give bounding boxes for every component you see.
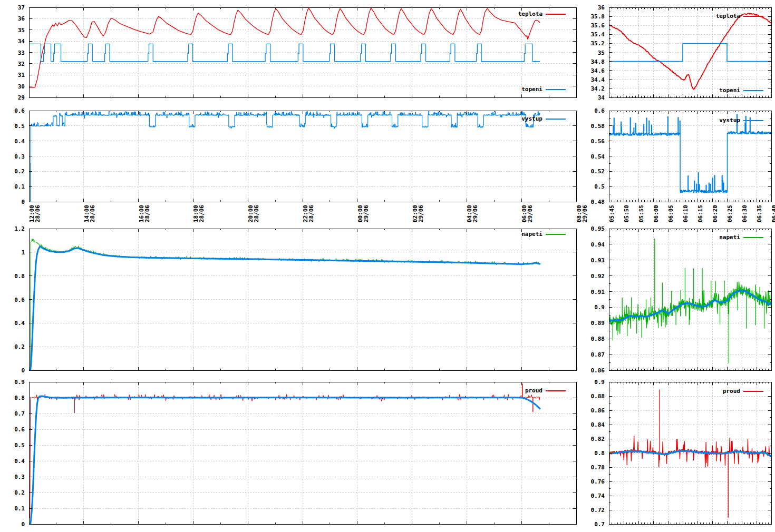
svg-text:06:25: 06:25 [726,205,733,222]
svg-text:0.76: 0.76 [591,478,605,485]
svg-text:35: 35 [18,27,25,34]
svg-text:0.86: 0.86 [591,407,605,414]
svg-text:14:0028/06: 14:0028/06 [83,205,96,222]
svg-text:0.5: 0.5 [594,183,605,190]
svg-text:0.6: 0.6 [14,426,25,433]
svg-text:30: 30 [18,83,25,90]
svg-text:06:20: 06:20 [712,205,719,222]
svg-text:0.1: 0.1 [14,183,25,190]
svg-text:06:10: 06:10 [682,205,689,222]
svg-text:1.2: 1.2 [14,225,25,232]
svg-text:0.72: 0.72 [591,507,605,514]
svg-text:0.54: 0.54 [591,153,605,160]
svg-text:31: 31 [18,72,25,78]
legend-label-vystup: vystup [719,117,740,124]
svg-text:0.87: 0.87 [591,351,605,358]
svg-text:0.91: 0.91 [591,289,605,295]
svg-text:0.93: 0.93 [591,257,605,264]
svg-text:34: 34 [18,38,25,45]
svg-text:32: 32 [18,61,25,67]
svg-text:0: 0 [21,367,25,374]
svg-text:35.8: 35.8 [591,13,605,20]
gnuplot-multiplot-page: 2930313233343536373434.234.434.634.83535… [0,0,775,532]
legend-line-vystup [546,119,566,120]
svg-text:0.8: 0.8 [14,273,25,280]
svg-text:06:0029/06: 06:0029/06 [521,205,534,222]
svg-text:0.56: 0.56 [591,138,605,145]
svg-text:0.88: 0.88 [591,393,605,400]
svg-text:16:0028/06: 16:0028/06 [138,205,151,222]
svg-text:0.7: 0.7 [594,521,605,528]
svg-text:34.4: 34.4 [591,76,605,83]
svg-text:34.8: 34.8 [591,58,605,65]
svg-text:0.2: 0.2 [14,489,25,496]
svg-text:05:55: 05:55 [638,205,645,222]
svg-text:0.7: 0.7 [14,410,25,417]
legend-line-proud [743,391,763,392]
legend-proud-zoom: proud [723,388,763,395]
svg-text:35.6: 35.6 [591,22,605,29]
svg-text:0.3: 0.3 [14,474,25,480]
legend-label-topeni: topeni [521,86,542,93]
svg-text:06:05: 06:05 [667,205,674,222]
svg-text:0.89: 0.89 [591,320,605,327]
legend-topeni-zoom: topeni [719,87,763,94]
legend-teplota-zoom: teplota [716,13,763,19]
svg-text:0.4: 0.4 [14,320,25,327]
legend-napeti-overview: napeti [521,231,566,238]
svg-text:02:0029/06: 02:0029/06 [412,205,424,222]
svg-text:0.4: 0.4 [14,458,25,465]
svg-text:0.82: 0.82 [591,436,605,442]
legend-label-topeni: topeni [719,87,740,94]
svg-text:22:0028/06: 22:0028/06 [302,205,315,222]
svg-text:0.5: 0.5 [14,442,25,449]
svg-text:0.9: 0.9 [594,304,605,311]
legend-proud-overview: proud [525,388,566,394]
svg-text:0.1: 0.1 [14,505,25,512]
legend-label-proud: proud [723,388,740,395]
svg-text:18:0028/06: 18:0028/06 [192,205,205,222]
legend-label-teplota: teplota [716,13,740,19]
svg-text:06:30: 06:30 [741,205,748,222]
svg-text:0.8: 0.8 [14,395,25,401]
svg-text:0.4: 0.4 [14,138,25,145]
svg-text:06:40: 06:40 [771,205,775,222]
svg-text:0.86: 0.86 [591,367,605,374]
svg-text:37: 37 [18,4,25,11]
svg-text:0.2: 0.2 [14,168,25,175]
svg-text:0.3: 0.3 [14,153,25,160]
svg-text:34.2: 34.2 [591,85,605,92]
legend-teplota-overview: teplota [518,11,566,17]
legend-label-napeti: napeti [521,231,542,238]
svg-text:05:45: 05:45 [608,205,615,222]
legend-line-topeni [546,89,566,90]
svg-text:0.78: 0.78 [591,464,605,471]
chart-canvas: 2930313233343536373434.234.434.634.83535… [0,0,775,532]
svg-text:36: 36 [598,4,605,11]
legend-label-teplota: teplota [518,11,542,17]
legend-label-vystup: vystup [521,116,542,122]
svg-text:0.48: 0.48 [591,199,605,205]
svg-text:00:0029/06: 00:0029/06 [357,205,370,222]
svg-text:0.2: 0.2 [14,343,25,350]
svg-text:12:0028/06: 12:0028/06 [28,205,41,222]
legend-line-vystup [743,120,763,121]
legend-line-napeti [743,237,763,238]
svg-text:0.95: 0.95 [591,225,605,232]
legend-label-proud: proud [525,388,542,394]
svg-text:06:00: 06:00 [653,205,660,222]
legend-vystup-zoom: vystup [719,117,763,124]
svg-text:36: 36 [18,15,25,22]
legend-line-proud [546,390,566,391]
svg-text:0.52: 0.52 [591,168,605,175]
svg-text:0.5: 0.5 [14,123,25,130]
svg-text:0.74: 0.74 [591,492,605,499]
svg-text:0.58: 0.58 [591,123,605,130]
svg-text:0.9: 0.9 [594,379,605,386]
svg-text:0.94: 0.94 [591,241,605,248]
svg-text:0.84: 0.84 [591,421,605,428]
svg-text:0.92: 0.92 [591,273,605,280]
legend-line-teplota [743,16,763,17]
svg-text:29: 29 [18,94,25,101]
svg-text:35.2: 35.2 [591,40,605,47]
